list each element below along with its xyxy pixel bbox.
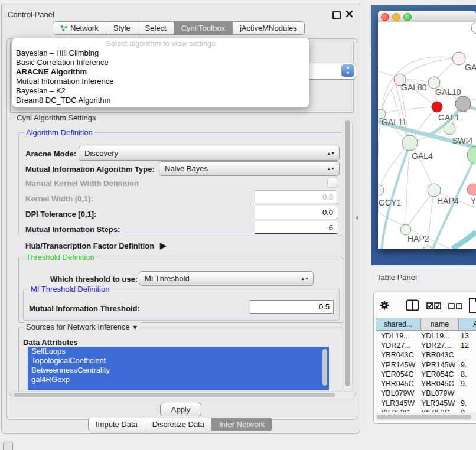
node-gal4[interactable] <box>402 135 418 151</box>
mi-threshold-field[interactable] <box>250 300 334 314</box>
tab-network-label: Network <box>70 24 99 32</box>
column-header-name[interactable]: name <box>421 318 459 331</box>
cell-shared-name: YIL052C <box>381 409 420 412</box>
cell-shared-name: YPR145W <box>381 361 420 369</box>
cell-value: 9. <box>461 399 476 407</box>
node-unlabeled[interactable] <box>471 22 476 34</box>
float-window-icon[interactable] <box>332 11 341 19</box>
manual-kernel-checkbox <box>327 178 337 188</box>
popup-item[interactable]: Dream8 DC_TDC Algorithm <box>12 96 309 105</box>
network-graph: GAL GAL80 GAL10 GAL1 GAL11 SWI4 GAL4 GCY… <box>378 22 476 249</box>
tab-network[interactable]: Network <box>53 21 106 35</box>
popup-item[interactable]: Bayesian – Hill Climbing <box>12 48 309 58</box>
node-partial-bottom[interactable] <box>423 246 432 249</box>
cell-value: 8. <box>461 370 476 379</box>
collapsed-panel-icon[interactable] <box>3 442 13 450</box>
settings-group-title: Cyni Algorithm Settings <box>14 113 98 122</box>
cell-name: YIL052C <box>421 409 459 412</box>
node-label: GAL11 <box>382 118 407 127</box>
settings-hscrollbar[interactable] <box>11 391 355 399</box>
cell-shared-name: YDR27... <box>381 341 420 350</box>
algorithm-definition-title: Algorithm Definition <box>24 128 95 137</box>
tab-jactivemnodules[interactable]: jActiveMNodules <box>233 21 305 35</box>
algorithm-popup: Select algorithm to view settings Bayesi… <box>12 38 309 108</box>
manual-kernel-label: Manual Kernel Width Definition <box>25 179 139 188</box>
mi-steps-field[interactable] <box>255 221 337 234</box>
which-threshold-combobox[interactable]: MI Threshold ▲▼ <box>139 271 314 286</box>
node-salmon[interactable] <box>467 184 476 195</box>
close-traffic-light[interactable] <box>381 13 389 21</box>
algorithm-selector-combobox[interactable]: ▲▼ <box>307 63 356 80</box>
popup-item[interactable]: Basic Correlation Inference <box>12 58 309 67</box>
settings-vscrollbar[interactable] <box>344 119 353 393</box>
collapse-down-icon: ▼ <box>132 324 138 331</box>
settings-vscrollbar-thumb[interactable] <box>345 120 350 386</box>
table-body: YDL19... YDL19... 13 YDR27... YDR27... 1… <box>376 331 476 412</box>
cell-value: 12 <box>461 341 476 350</box>
dpi-tolerance-field[interactable] <box>255 206 337 219</box>
panel-splitter-handle[interactable] <box>356 216 358 220</box>
mi-type-combobox[interactable]: Naive Bayes ▲▼ <box>159 161 340 176</box>
tab-discretize-data[interactable]: Discretize Data <box>145 418 212 431</box>
attribute-item[interactable] <box>28 384 329 390</box>
zoom-traffic-light[interactable] <box>403 13 412 21</box>
aracne-mode-combobox[interactable]: Discovery ▲▼ <box>79 146 340 161</box>
mi-steps-label: Mutual Information Steps: <box>25 225 120 234</box>
node-hap4[interactable] <box>428 184 441 197</box>
document-icon[interactable] <box>468 297 476 314</box>
mi-type-label: Mutual Information Algorithm Type: <box>25 165 155 174</box>
column-header-partial[interactable]: A <box>459 318 476 331</box>
network-window-titlebar[interactable] <box>378 11 476 23</box>
list-vscrollbar-thumb[interactable] <box>322 349 327 386</box>
close-icon[interactable] <box>345 10 353 18</box>
column-header-shared-name[interactable]: shared... <box>376 318 421 331</box>
node-label: HAP4 <box>437 196 459 206</box>
tab-select-label: Select <box>145 24 167 32</box>
minimize-traffic-light[interactable] <box>392 13 400 21</box>
table-panel-title: Table Panel <box>377 273 417 282</box>
tab-impute-data[interactable]: Impute Data <box>88 418 145 431</box>
table-hscrollbar[interactable] <box>376 413 476 421</box>
which-threshold-label: Which threshold to use: <box>50 275 138 283</box>
columns-icon[interactable] <box>406 299 419 311</box>
table-hscrollbar-thumb[interactable] <box>377 415 471 419</box>
cell-name: YLR345W <box>421 399 459 407</box>
cell-shared-name: YLR345W <box>381 399 420 407</box>
cell-value: 0. <box>461 409 476 412</box>
sources-group-title[interactable]: Sources for Network Inference ▼ <box>24 322 141 331</box>
node-gal10[interactable] <box>428 77 440 89</box>
popup-item[interactable]: Bayesian – K2 <box>12 86 309 96</box>
attribute-item[interactable]: TopologicalCoefficient <box>28 356 329 366</box>
node-gray[interactable] <box>455 96 471 112</box>
deselect-all-checkboxes-icon[interactable] <box>448 303 462 310</box>
tab-cyni-toolbox[interactable]: Cyni Toolbox <box>174 21 233 35</box>
node-bright-green[interactable] <box>467 146 476 164</box>
tab-style-label: Style <box>113 24 131 32</box>
gear-icon[interactable] <box>380 301 389 310</box>
node-red[interactable] <box>432 102 442 112</box>
tab-style[interactable]: Style <box>106 21 138 35</box>
attribute-item[interactable]: BetweennessCentrality <box>28 366 329 375</box>
network-canvas[interactable]: GAL GAL80 GAL10 GAL1 GAL11 SWI4 GAL4 GCY… <box>378 22 476 249</box>
popup-item[interactable]: Mutual Information Inference <box>12 77 309 86</box>
tab-infer-network[interactable]: Infer Network <box>212 418 272 431</box>
settings-hscrollbar-thumb[interactable] <box>14 393 335 397</box>
data-attributes-list: SelfLoops TopologicalCoefficient Between… <box>28 347 329 390</box>
tab-select[interactable]: Select <box>138 21 174 35</box>
attribute-item[interactable]: SelfLoops <box>28 347 329 356</box>
data-attributes-label: Data Attributes <box>23 338 78 347</box>
cell-name: YDR27... <box>421 341 459 350</box>
mi-type-value: Naive Bayes <box>159 164 327 173</box>
node-gal[interactable] <box>452 52 465 65</box>
cell-shared-name: YDL19... <box>381 332 420 340</box>
node-gal1[interactable] <box>444 123 455 135</box>
control-panel-title: Control Panel <box>8 10 54 19</box>
hub-definition-toggle[interactable]: Hub/Transcription Factor Definition ▶ <box>25 240 167 251</box>
node-gcy1[interactable] <box>378 185 384 195</box>
popup-item-selected[interactable]: ARACNE Algorithm <box>12 67 309 77</box>
combobox-arrows-icon: ▲▼ <box>327 152 335 155</box>
attribute-item[interactable]: gal4RGexp <box>28 375 329 384</box>
select-all-checkboxes-icon[interactable] <box>426 302 441 311</box>
node-label: GAL <box>465 63 476 72</box>
apply-button[interactable]: Apply <box>160 403 201 416</box>
